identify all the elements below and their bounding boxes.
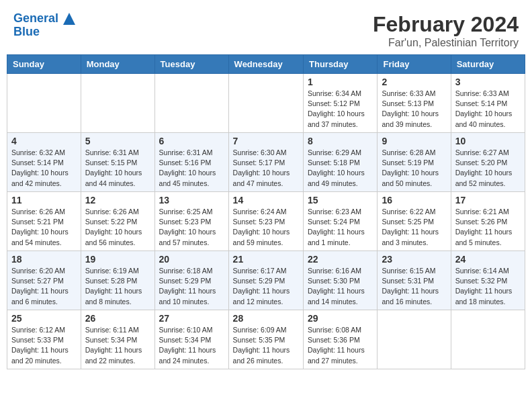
day-info: Sunrise: 6:17 AM Sunset: 5:29 PM Dayligh… — [233, 266, 299, 307]
calendar-cell: 24Sunrise: 6:14 AM Sunset: 5:32 PM Dayli… — [451, 251, 525, 310]
day-number: 19 — [85, 254, 150, 265]
calendar-cell: 9Sunrise: 6:28 AM Sunset: 5:19 PM Daylig… — [378, 133, 451, 192]
calendar-cell: 1Sunrise: 6:34 AM Sunset: 5:12 PM Daylig… — [304, 74, 378, 133]
calendar-cell — [451, 310, 525, 369]
day-header-friday: Friday — [378, 55, 451, 74]
calendar-cell — [228, 74, 303, 133]
day-number: 15 — [308, 195, 373, 205]
day-number: 25 — [11, 313, 77, 324]
day-header-thursday: Thursday — [304, 55, 378, 74]
day-number: 6 — [159, 136, 224, 146]
calendar-cell: 19Sunrise: 6:19 AM Sunset: 5:28 PM Dayli… — [81, 251, 154, 310]
day-info: Sunrise: 6:10 AM Sunset: 5:34 PM Dayligh… — [159, 325, 224, 366]
day-number: 18 — [11, 254, 77, 265]
day-header-saturday: Saturday — [451, 55, 525, 74]
day-info: Sunrise: 6:08 AM Sunset: 5:36 PM Dayligh… — [308, 325, 373, 366]
calendar-cell: 4Sunrise: 6:32 AM Sunset: 5:14 PM Daylig… — [7, 133, 81, 192]
calendar-cell: 17Sunrise: 6:21 AM Sunset: 5:26 PM Dayli… — [451, 192, 525, 251]
day-info: Sunrise: 6:26 AM Sunset: 5:21 PM Dayligh… — [11, 207, 77, 248]
day-info: Sunrise: 6:31 AM Sunset: 5:15 PM Dayligh… — [85, 148, 150, 189]
calendar-cell: 27Sunrise: 6:10 AM Sunset: 5:34 PM Dayli… — [154, 310, 228, 369]
calendar-cell: 21Sunrise: 6:17 AM Sunset: 5:29 PM Dayli… — [228, 251, 303, 310]
day-header-wednesday: Wednesday — [228, 55, 303, 74]
day-number: 17 — [455, 195, 521, 205]
day-number: 21 — [233, 254, 299, 265]
day-number: 3 — [455, 77, 521, 87]
day-number: 5 — [85, 136, 150, 146]
calendar-cell: 16Sunrise: 6:22 AM Sunset: 5:25 PM Dayli… — [378, 192, 451, 251]
day-info: Sunrise: 6:33 AM Sunset: 5:13 PM Dayligh… — [382, 89, 446, 130]
calendar-week-row: 18Sunrise: 6:20 AM Sunset: 5:27 PM Dayli… — [7, 251, 525, 310]
day-number: 16 — [382, 195, 446, 205]
calendar-cell — [7, 74, 81, 133]
calendar-cell: 5Sunrise: 6:31 AM Sunset: 5:15 PM Daylig… — [81, 133, 154, 192]
calendar-cell: 25Sunrise: 6:12 AM Sunset: 5:33 PM Dayli… — [7, 310, 81, 369]
day-info: Sunrise: 6:23 AM Sunset: 5:24 PM Dayligh… — [308, 207, 373, 248]
day-number: 20 — [159, 254, 224, 265]
day-number: 4 — [11, 136, 77, 146]
day-info: Sunrise: 6:15 AM Sunset: 5:31 PM Dayligh… — [382, 266, 446, 307]
day-info: Sunrise: 6:09 AM Sunset: 5:35 PM Dayligh… — [233, 325, 299, 366]
day-number: 22 — [308, 254, 373, 265]
day-number: 13 — [159, 195, 224, 205]
day-header-monday: Monday — [81, 55, 154, 74]
day-info: Sunrise: 6:18 AM Sunset: 5:29 PM Dayligh… — [159, 266, 224, 307]
day-info: Sunrise: 6:12 AM Sunset: 5:33 PM Dayligh… — [11, 325, 77, 366]
day-info: Sunrise: 6:24 AM Sunset: 5:23 PM Dayligh… — [233, 207, 299, 248]
calendar-cell: 2Sunrise: 6:33 AM Sunset: 5:13 PM Daylig… — [378, 74, 451, 133]
calendar-cell: 8Sunrise: 6:29 AM Sunset: 5:18 PM Daylig… — [304, 133, 378, 192]
day-number: 14 — [233, 195, 299, 205]
title-block: February 2024 Far'un, Palestinian Territ… — [373, 12, 519, 49]
calendar-cell — [81, 74, 154, 133]
calendar-cell: 13Sunrise: 6:25 AM Sunset: 5:23 PM Dayli… — [154, 192, 228, 251]
logo-triangle-icon — [63, 13, 75, 25]
day-info: Sunrise: 6:21 AM Sunset: 5:26 PM Dayligh… — [455, 207, 521, 248]
svg-marker-0 — [63, 13, 75, 25]
calendar-cell: 6Sunrise: 6:31 AM Sunset: 5:16 PM Daylig… — [154, 133, 228, 192]
day-number: 10 — [455, 136, 521, 146]
calendar-cell: 18Sunrise: 6:20 AM Sunset: 5:27 PM Dayli… — [7, 251, 81, 310]
calendar-cell: 10Sunrise: 6:27 AM Sunset: 5:20 PM Dayli… — [451, 133, 525, 192]
day-number: 29 — [308, 313, 373, 324]
calendar-cell — [154, 74, 228, 133]
day-info: Sunrise: 6:26 AM Sunset: 5:22 PM Dayligh… — [85, 207, 150, 248]
day-number: 28 — [233, 313, 299, 324]
calendar-cell: 11Sunrise: 6:26 AM Sunset: 5:21 PM Dayli… — [7, 192, 81, 251]
calendar-cell: 22Sunrise: 6:16 AM Sunset: 5:30 PM Dayli… — [304, 251, 378, 310]
calendar-cell: 28Sunrise: 6:09 AM Sunset: 5:35 PM Dayli… — [228, 310, 303, 369]
day-number: 11 — [11, 195, 77, 205]
calendar-cell: 3Sunrise: 6:33 AM Sunset: 5:14 PM Daylig… — [451, 74, 525, 133]
day-number: 12 — [85, 195, 150, 205]
day-info: Sunrise: 6:32 AM Sunset: 5:14 PM Dayligh… — [11, 148, 77, 189]
day-info: Sunrise: 6:19 AM Sunset: 5:28 PM Dayligh… — [85, 266, 150, 307]
day-number: 8 — [308, 136, 373, 146]
logo: General Blue — [13, 12, 75, 39]
calendar-cell: 7Sunrise: 6:30 AM Sunset: 5:17 PM Daylig… — [228, 133, 303, 192]
calendar-cell: 15Sunrise: 6:23 AM Sunset: 5:24 PM Dayli… — [304, 192, 378, 251]
calendar-cell — [378, 310, 451, 369]
calendar-header-row: SundayMondayTuesdayWednesdayThursdayFrid… — [7, 55, 525, 74]
calendar-cell: 23Sunrise: 6:15 AM Sunset: 5:31 PM Dayli… — [378, 251, 451, 310]
day-info: Sunrise: 6:29 AM Sunset: 5:18 PM Dayligh… — [308, 148, 373, 189]
day-number: 7 — [233, 136, 299, 146]
calendar-table: SundayMondayTuesdayWednesdayThursdayFrid… — [7, 54, 525, 369]
day-number: 9 — [382, 136, 446, 146]
day-number: 2 — [382, 77, 446, 87]
day-info: Sunrise: 6:28 AM Sunset: 5:19 PM Dayligh… — [382, 148, 446, 189]
calendar-cell: 14Sunrise: 6:24 AM Sunset: 5:23 PM Dayli… — [228, 192, 303, 251]
logo-blue: Blue — [13, 26, 40, 39]
day-info: Sunrise: 6:14 AM Sunset: 5:32 PM Dayligh… — [455, 266, 521, 307]
calendar-cell: 29Sunrise: 6:08 AM Sunset: 5:36 PM Dayli… — [304, 310, 378, 369]
day-info: Sunrise: 6:27 AM Sunset: 5:20 PM Dayligh… — [455, 148, 521, 189]
day-number: 1 — [308, 77, 373, 87]
calendar-cell: 12Sunrise: 6:26 AM Sunset: 5:22 PM Dayli… — [81, 192, 154, 251]
calendar-week-row: 1Sunrise: 6:34 AM Sunset: 5:12 PM Daylig… — [7, 74, 525, 133]
calendar-week-row: 25Sunrise: 6:12 AM Sunset: 5:33 PM Dayli… — [7, 310, 525, 369]
day-header-tuesday: Tuesday — [154, 55, 228, 74]
day-info: Sunrise: 6:34 AM Sunset: 5:12 PM Dayligh… — [308, 89, 373, 130]
day-info: Sunrise: 6:33 AM Sunset: 5:14 PM Dayligh… — [455, 89, 521, 130]
day-info: Sunrise: 6:16 AM Sunset: 5:30 PM Dayligh… — [308, 266, 373, 307]
day-number: 27 — [159, 313, 224, 324]
day-header-sunday: Sunday — [7, 55, 81, 74]
day-info: Sunrise: 6:30 AM Sunset: 5:17 PM Dayligh… — [233, 148, 299, 189]
